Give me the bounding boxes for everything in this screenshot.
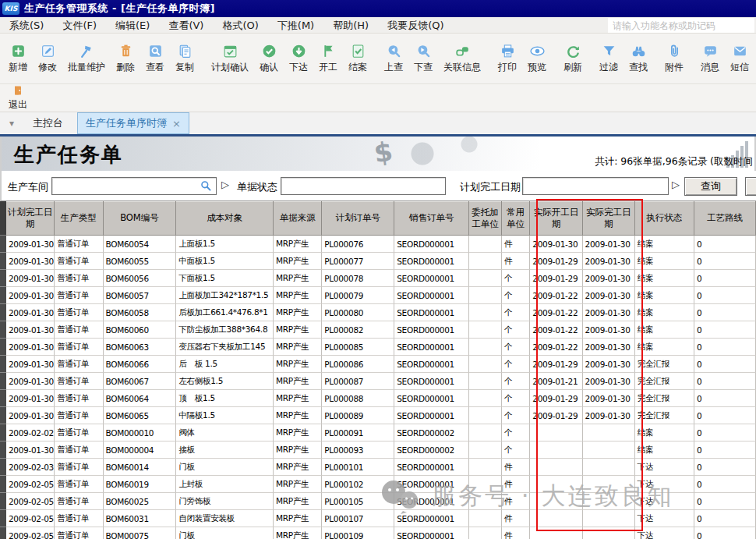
table-row[interactable]: 2009-02-02普通订单BOM000010阀体MRP产生PL000091SE…	[0, 424, 756, 441]
table-cell: 个	[502, 424, 531, 441]
column-header-sales-order-no[interactable]: 销售订单号	[394, 201, 469, 236]
workshop-expand-arrow[interactable]: ▷	[221, 179, 229, 190]
table-cell: 2009-01-30	[6, 373, 55, 390]
toolbar-label: 查找	[629, 61, 648, 74]
function-search-input[interactable]	[608, 18, 754, 33]
table-row[interactable]: 2009-01-30普通订单BOM60060下防尘板加工388*364.8MRP…	[0, 321, 756, 339]
toolbar-button-trace-down[interactable]: 下查	[408, 41, 438, 76]
column-header-plan-finish-date[interactable]: 计划完工日期	[6, 201, 55, 236]
table-row[interactable]: 2009-01-30普通订单BOM60058后板加工661.4*476.8*1M…	[0, 304, 756, 321]
delete-icon	[118, 43, 134, 59]
table-cell: 上封板	[176, 476, 274, 493]
chevron-down-icon[interactable]: ▾	[9, 118, 14, 129]
menu-view[interactable]: 查看(V)	[159, 18, 213, 33]
table-cell: SEORD000001	[394, 510, 469, 527]
table-cell: 2009-01-22	[530, 287, 582, 304]
toolbar-button-confirm[interactable]: 确认	[254, 41, 284, 76]
table-cell: BOM60031	[104, 510, 177, 527]
toolbar-button-view[interactable]: 查看	[140, 41, 170, 76]
column-header-actual-start-date[interactable]: 实际开工日期	[530, 201, 582, 236]
query-button[interactable]: 查询	[684, 177, 737, 196]
table-row[interactable]: 2009-02-05普通订单BOM60025门旁饰板MRP产生PL000105S…	[0, 493, 756, 510]
menu-help[interactable]: 帮助(H)	[323, 18, 378, 33]
table-cell: 0	[694, 441, 756, 459]
toolbar-button-trace-up[interactable]: 上查	[379, 41, 408, 76]
toolbar-button-delete[interactable]: 删除	[111, 41, 140, 76]
column-header-exec-status[interactable]: 执行状态	[635, 201, 694, 236]
table-row[interactable]: 2009-02-03普通订单BOM60014门板MRP产生PL000101SEO…	[0, 459, 756, 476]
table-cell	[583, 476, 635, 493]
toolbar-button-exit[interactable]: 退出	[3, 82, 33, 114]
table-cell: BOM60019	[104, 476, 177, 493]
table-row[interactable]: 2009-01-30普通订单BOM000004接板MRP产生PL000093SE…	[0, 441, 756, 459]
tab-close-icon[interactable]: ×	[172, 118, 181, 129]
table-cell: 普通订单	[55, 441, 103, 459]
toolbar-label: 下达	[289, 61, 308, 74]
table-cell: 中面板1.5	[176, 253, 274, 270]
toolbar-button-print[interactable]: 打印	[493, 41, 522, 76]
table-cell	[469, 476, 502, 493]
toolbar-button-close-case[interactable]: 结案	[343, 41, 373, 76]
table-row[interactable]: 2009-01-30普通订单BOM60067左右侧板1.5MRP产生PL0000…	[0, 373, 756, 390]
table-row[interactable]: 2009-01-30普通订单BOM60057上面板加工342*187*1.5MR…	[0, 287, 756, 304]
table-row[interactable]: 2009-02-05普通订单BOM00075门板MRP产生PL000109SEO…	[0, 527, 756, 539]
toolbar-button-release[interactable]: 下达	[284, 41, 313, 76]
partial-button[interactable]	[745, 177, 756, 196]
table-cell: 件	[502, 236, 531, 253]
table-cell: MRP产生	[274, 459, 322, 476]
table-row[interactable]: 2009-02-05普通订单BOM60019上封板MRP产生PL000102SE…	[0, 476, 756, 493]
menu-file[interactable]: 文件(F)	[53, 18, 106, 33]
toolbar-button-copy[interactable]: 复制	[170, 41, 200, 76]
menu-feedback[interactable]: 我要反馈(Q)	[378, 18, 453, 33]
table-row[interactable]: 2009-01-30普通订单BOM60065中隔板1.5MRP产生PL00008…	[0, 407, 756, 424]
table-row[interactable]: 2009-01-30普通订单BOM60054上面板1.5MRP产生PL00007…	[0, 236, 756, 253]
table-cell	[469, 339, 502, 356]
plan-date-input[interactable]	[522, 177, 669, 195]
column-header-plan-order-no[interactable]: 计划订单号	[322, 201, 394, 236]
table-row[interactable]: 2009-02-05普通订单BOM60031自闭装置安装板MRP产生PL0001…	[0, 510, 756, 527]
table-cell: 普通订单	[55, 321, 103, 339]
tab-console[interactable]: 主控台	[25, 112, 71, 134]
edit-icon	[40, 43, 56, 59]
column-header-routing[interactable]: 工艺路线	[694, 201, 756, 236]
plan-date-expand-arrow[interactable]: ▷	[672, 179, 680, 190]
toolbar-label: 确认	[260, 61, 278, 74]
column-header-common-unit[interactable]: 常用单位	[502, 201, 531, 236]
table-row[interactable]: 2009-01-30普通订单BOM60056下面板1.5MRP产生PL00007…	[0, 270, 756, 287]
column-header-bom-no[interactable]: BOM编号	[104, 201, 177, 236]
column-header-doc-source[interactable]: 单据来源	[274, 201, 322, 236]
table-cell: 2009-02-05	[6, 493, 55, 510]
toolbar-button-refresh[interactable]: 刷新	[558, 41, 588, 76]
toolbar-button-attachment[interactable]: 附件	[659, 41, 689, 76]
toolbar-button-preview[interactable]: 预览	[522, 41, 552, 76]
table-cell: 结案	[635, 236, 694, 253]
column-header-consign-unit[interactable]: 委托加工单位	[469, 201, 502, 236]
column-header-prod-type[interactable]: 生产类型	[55, 201, 103, 236]
workshop-input[interactable]	[51, 177, 217, 195]
toolbar-button-add[interactable]: 新增	[3, 41, 33, 76]
table-cell: 后 板 1.5	[176, 356, 274, 373]
status-input[interactable]	[281, 177, 446, 195]
column-header-cost-object[interactable]: 成本对象	[176, 201, 274, 236]
toolbar-button-filter[interactable]: 过滤	[594, 41, 624, 76]
menu-edit[interactable]: 编辑(E)	[106, 18, 159, 33]
toolbar-button-plan-confirm[interactable]: 计划确认	[206, 41, 254, 76]
toolbar-button-related-info[interactable]: 关联信息	[438, 41, 486, 76]
column-header-actual-finish-date[interactable]: 实际完工日期	[583, 201, 635, 236]
table-row[interactable]: 2009-01-30普通订单BOM60064顶 板1.5MRP产生PL00008…	[0, 390, 756, 407]
workshop-lookup-icon[interactable]	[200, 179, 213, 193]
table-cell: 下面板1.5	[176, 270, 274, 287]
menu-system[interactable]: 系统(S)	[0, 18, 53, 33]
toolbar-button-find[interactable]: 查找	[624, 41, 653, 76]
table-row[interactable]: 2009-01-30普通订单BOM60055中面板1.5MRP产生PL00007…	[0, 253, 756, 270]
toolbar-button-edit[interactable]: 修改	[33, 41, 62, 76]
tab-journal[interactable]: 生产任务单序时簿×	[77, 112, 189, 134]
menu-push[interactable]: 下推(M)	[268, 18, 323, 33]
toolbar-button-sms[interactable]: 短信	[725, 41, 754, 76]
toolbar-button-message[interactable]: 消息	[695, 41, 725, 76]
toolbar-button-batch-maintain[interactable]: 批量维护	[62, 41, 111, 76]
table-row[interactable]: 2009-01-30普通订单BOM60063变压器右下夹板加工145MRP产生P…	[0, 339, 756, 356]
menu-format[interactable]: 格式(O)	[213, 18, 267, 33]
table-row[interactable]: 2009-01-30普通订单BOM60066后 板 1.5MRP产生PL0000…	[0, 356, 756, 373]
toolbar-button-start-work[interactable]: 开工	[313, 41, 343, 76]
